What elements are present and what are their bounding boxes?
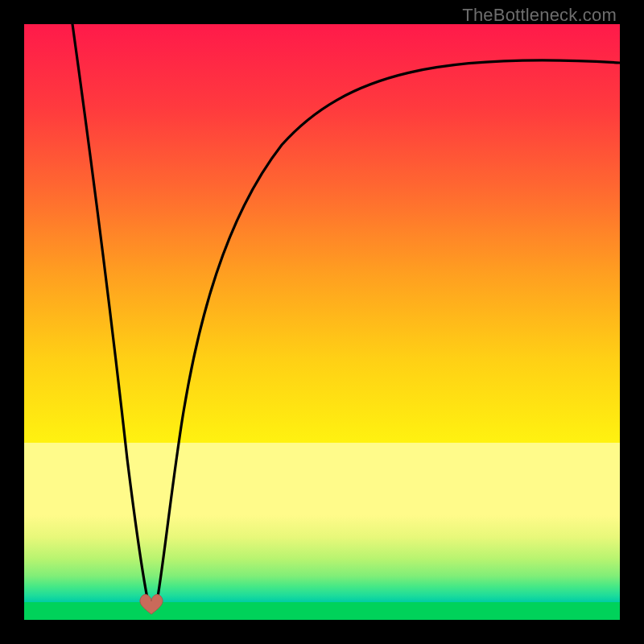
heart-marker-icon	[140, 595, 163, 614]
curve-layer	[24, 24, 620, 620]
curve-left-branch	[72, 24, 149, 606]
curve-right-branch	[156, 60, 620, 606]
watermark-text: TheBottleneck.com	[462, 5, 617, 26]
chart-frame: TheBottleneck.com	[0, 0, 644, 644]
plot-area	[24, 24, 620, 620]
